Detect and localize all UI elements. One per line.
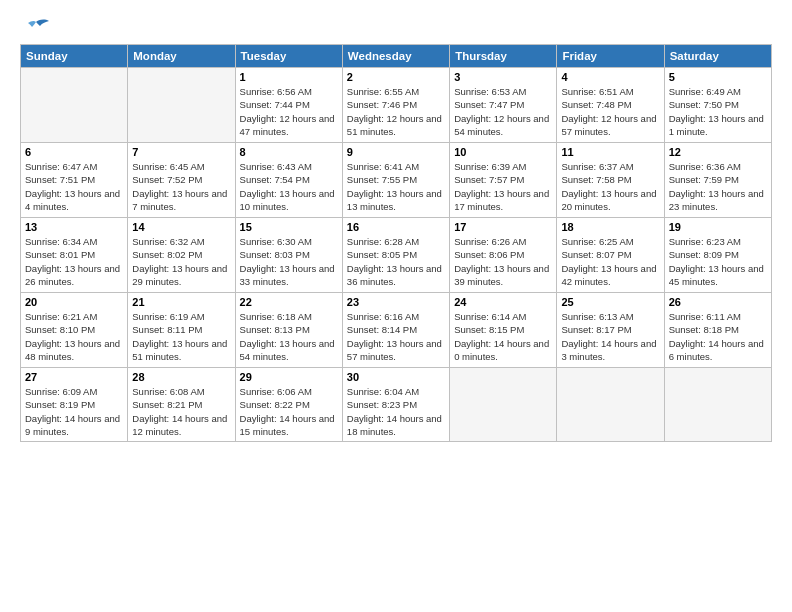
day-number: 7 [132, 146, 230, 158]
day-info: Sunrise: 6:23 AM Sunset: 8:09 PM Dayligh… [669, 235, 767, 288]
calendar-week-row: 1Sunrise: 6:56 AM Sunset: 7:44 PM Daylig… [21, 68, 772, 143]
col-header-sunday: Sunday [21, 45, 128, 68]
day-number: 15 [240, 221, 338, 233]
day-info: Sunrise: 6:37 AM Sunset: 7:58 PM Dayligh… [561, 160, 659, 213]
day-info: Sunrise: 6:14 AM Sunset: 8:15 PM Dayligh… [454, 310, 552, 363]
day-number: 1 [240, 71, 338, 83]
day-number: 30 [347, 371, 445, 383]
day-info: Sunrise: 6:08 AM Sunset: 8:21 PM Dayligh… [132, 385, 230, 438]
day-number: 4 [561, 71, 659, 83]
calendar-cell [128, 68, 235, 143]
day-info: Sunrise: 6:49 AM Sunset: 7:50 PM Dayligh… [669, 85, 767, 138]
calendar-cell: 23Sunrise: 6:16 AM Sunset: 8:14 PM Dayli… [342, 293, 449, 368]
calendar-cell: 18Sunrise: 6:25 AM Sunset: 8:07 PM Dayli… [557, 218, 664, 293]
calendar-cell [21, 68, 128, 143]
calendar-table: SundayMondayTuesdayWednesdayThursdayFrid… [20, 44, 772, 442]
calendar-cell: 11Sunrise: 6:37 AM Sunset: 7:58 PM Dayli… [557, 143, 664, 218]
calendar-cell [664, 368, 771, 442]
calendar-cell: 4Sunrise: 6:51 AM Sunset: 7:48 PM Daylig… [557, 68, 664, 143]
calendar-cell: 5Sunrise: 6:49 AM Sunset: 7:50 PM Daylig… [664, 68, 771, 143]
calendar-cell: 30Sunrise: 6:04 AM Sunset: 8:23 PM Dayli… [342, 368, 449, 442]
day-info: Sunrise: 6:39 AM Sunset: 7:57 PM Dayligh… [454, 160, 552, 213]
calendar-cell: 20Sunrise: 6:21 AM Sunset: 8:10 PM Dayli… [21, 293, 128, 368]
day-info: Sunrise: 6:41 AM Sunset: 7:55 PM Dayligh… [347, 160, 445, 213]
day-number: 19 [669, 221, 767, 233]
day-info: Sunrise: 6:26 AM Sunset: 8:06 PM Dayligh… [454, 235, 552, 288]
col-header-wednesday: Wednesday [342, 45, 449, 68]
day-number: 13 [25, 221, 123, 233]
calendar-week-row: 27Sunrise: 6:09 AM Sunset: 8:19 PM Dayli… [21, 368, 772, 442]
day-number: 14 [132, 221, 230, 233]
col-header-thursday: Thursday [450, 45, 557, 68]
day-number: 27 [25, 371, 123, 383]
calendar-header-row: SundayMondayTuesdayWednesdayThursdayFrid… [21, 45, 772, 68]
day-number: 25 [561, 296, 659, 308]
day-info: Sunrise: 6:53 AM Sunset: 7:47 PM Dayligh… [454, 85, 552, 138]
calendar-week-row: 20Sunrise: 6:21 AM Sunset: 8:10 PM Dayli… [21, 293, 772, 368]
day-number: 10 [454, 146, 552, 158]
calendar-cell: 29Sunrise: 6:06 AM Sunset: 8:22 PM Dayli… [235, 368, 342, 442]
calendar-week-row: 6Sunrise: 6:47 AM Sunset: 7:51 PM Daylig… [21, 143, 772, 218]
calendar-cell: 2Sunrise: 6:55 AM Sunset: 7:46 PM Daylig… [342, 68, 449, 143]
logo-bird-icon [22, 18, 50, 38]
calendar-cell: 22Sunrise: 6:18 AM Sunset: 8:13 PM Dayli… [235, 293, 342, 368]
day-number: 8 [240, 146, 338, 158]
logo [20, 18, 50, 34]
calendar-cell: 25Sunrise: 6:13 AM Sunset: 8:17 PM Dayli… [557, 293, 664, 368]
day-number: 21 [132, 296, 230, 308]
calendar-cell: 16Sunrise: 6:28 AM Sunset: 8:05 PM Dayli… [342, 218, 449, 293]
day-info: Sunrise: 6:21 AM Sunset: 8:10 PM Dayligh… [25, 310, 123, 363]
day-info: Sunrise: 6:16 AM Sunset: 8:14 PM Dayligh… [347, 310, 445, 363]
calendar-cell: 19Sunrise: 6:23 AM Sunset: 8:09 PM Dayli… [664, 218, 771, 293]
day-number: 9 [347, 146, 445, 158]
col-header-tuesday: Tuesday [235, 45, 342, 68]
day-info: Sunrise: 6:28 AM Sunset: 8:05 PM Dayligh… [347, 235, 445, 288]
calendar-cell: 17Sunrise: 6:26 AM Sunset: 8:06 PM Dayli… [450, 218, 557, 293]
calendar-cell: 10Sunrise: 6:39 AM Sunset: 7:57 PM Dayli… [450, 143, 557, 218]
calendar-cell: 13Sunrise: 6:34 AM Sunset: 8:01 PM Dayli… [21, 218, 128, 293]
header [20, 18, 772, 34]
day-number: 16 [347, 221, 445, 233]
calendar-cell: 27Sunrise: 6:09 AM Sunset: 8:19 PM Dayli… [21, 368, 128, 442]
day-info: Sunrise: 6:30 AM Sunset: 8:03 PM Dayligh… [240, 235, 338, 288]
day-info: Sunrise: 6:06 AM Sunset: 8:22 PM Dayligh… [240, 385, 338, 438]
page: SundayMondayTuesdayWednesdayThursdayFrid… [0, 0, 792, 612]
calendar-cell: 7Sunrise: 6:45 AM Sunset: 7:52 PM Daylig… [128, 143, 235, 218]
calendar-cell [450, 368, 557, 442]
day-number: 3 [454, 71, 552, 83]
calendar-cell: 12Sunrise: 6:36 AM Sunset: 7:59 PM Dayli… [664, 143, 771, 218]
calendar-cell: 15Sunrise: 6:30 AM Sunset: 8:03 PM Dayli… [235, 218, 342, 293]
day-info: Sunrise: 6:45 AM Sunset: 7:52 PM Dayligh… [132, 160, 230, 213]
calendar-cell: 3Sunrise: 6:53 AM Sunset: 7:47 PM Daylig… [450, 68, 557, 143]
day-number: 5 [669, 71, 767, 83]
calendar-cell: 14Sunrise: 6:32 AM Sunset: 8:02 PM Dayli… [128, 218, 235, 293]
day-info: Sunrise: 6:36 AM Sunset: 7:59 PM Dayligh… [669, 160, 767, 213]
day-number: 17 [454, 221, 552, 233]
day-number: 6 [25, 146, 123, 158]
day-info: Sunrise: 6:09 AM Sunset: 8:19 PM Dayligh… [25, 385, 123, 438]
day-number: 20 [25, 296, 123, 308]
day-number: 11 [561, 146, 659, 158]
day-info: Sunrise: 6:25 AM Sunset: 8:07 PM Dayligh… [561, 235, 659, 288]
calendar-cell [557, 368, 664, 442]
day-info: Sunrise: 6:19 AM Sunset: 8:11 PM Dayligh… [132, 310, 230, 363]
col-header-friday: Friday [557, 45, 664, 68]
col-header-monday: Monday [128, 45, 235, 68]
day-number: 26 [669, 296, 767, 308]
day-info: Sunrise: 6:34 AM Sunset: 8:01 PM Dayligh… [25, 235, 123, 288]
day-number: 23 [347, 296, 445, 308]
calendar-cell: 1Sunrise: 6:56 AM Sunset: 7:44 PM Daylig… [235, 68, 342, 143]
day-number: 12 [669, 146, 767, 158]
day-number: 24 [454, 296, 552, 308]
day-info: Sunrise: 6:18 AM Sunset: 8:13 PM Dayligh… [240, 310, 338, 363]
calendar-cell: 24Sunrise: 6:14 AM Sunset: 8:15 PM Dayli… [450, 293, 557, 368]
calendar-week-row: 13Sunrise: 6:34 AM Sunset: 8:01 PM Dayli… [21, 218, 772, 293]
day-info: Sunrise: 6:11 AM Sunset: 8:18 PM Dayligh… [669, 310, 767, 363]
calendar-cell: 9Sunrise: 6:41 AM Sunset: 7:55 PM Daylig… [342, 143, 449, 218]
day-info: Sunrise: 6:32 AM Sunset: 8:02 PM Dayligh… [132, 235, 230, 288]
day-info: Sunrise: 6:55 AM Sunset: 7:46 PM Dayligh… [347, 85, 445, 138]
calendar-cell: 8Sunrise: 6:43 AM Sunset: 7:54 PM Daylig… [235, 143, 342, 218]
day-info: Sunrise: 6:56 AM Sunset: 7:44 PM Dayligh… [240, 85, 338, 138]
calendar-cell: 26Sunrise: 6:11 AM Sunset: 8:18 PM Dayli… [664, 293, 771, 368]
day-number: 2 [347, 71, 445, 83]
